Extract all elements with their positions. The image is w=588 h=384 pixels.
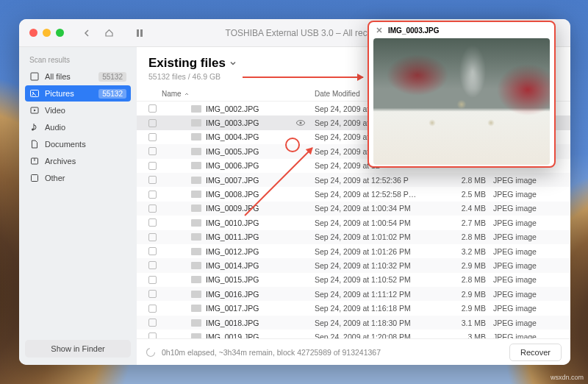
row-checkbox[interactable]: [148, 162, 157, 170]
file-date: Sep 24, 2009 at 1:20:08 PM: [315, 333, 445, 338]
file-date: Sep 24, 2009 at 1:01:02 PM: [315, 232, 445, 241]
table-row[interactable]: IMG_0016.JPGSep 24, 2009 at 1:11:12 PM2.…: [137, 287, 570, 301]
table-row[interactable]: IMG_0015.JPGSep 24, 2009 at 1:10:52 PM2.…: [137, 273, 570, 287]
main-title-text: Existing files: [148, 56, 226, 71]
row-checkbox[interactable]: [148, 218, 157, 227]
file-thumb-icon: [191, 133, 201, 141]
file-name: IMG_0011.JPG: [162, 232, 315, 241]
row-checkbox[interactable]: [148, 319, 157, 327]
row-checkbox[interactable]: [148, 104, 157, 113]
annotation-circle: [285, 138, 300, 152]
file-name: IMG_0018.JPG: [162, 319, 315, 327]
show-in-finder-button[interactable]: Show in Finder: [25, 340, 131, 358]
row-checkbox[interactable]: [148, 261, 157, 269]
table-row[interactable]: IMG_0017.JPGSep 24, 2009 at 1:16:18 PM2.…: [137, 301, 570, 315]
file-thumb-icon: [191, 233, 201, 241]
sidebar-item-archives[interactable]: Archives: [25, 153, 131, 169]
svg-rect-8: [32, 175, 38, 182]
pictures-icon: [29, 88, 40, 99]
table-row[interactable]: IMG_0009.JPGSep 24, 2009 at 1:00:34 PM2.…: [137, 202, 570, 216]
row-checkbox[interactable]: [148, 147, 157, 155]
file-thumb-icon: [191, 148, 201, 155]
window-close-button[interactable]: [29, 29, 37, 37]
file-thumb-icon: [191, 333, 201, 338]
file-thumb-icon: [191, 219, 201, 227]
sidebar-item-video[interactable]: Video: [25, 102, 131, 118]
sidebar-item-other[interactable]: Other: [25, 170, 131, 186]
table-row[interactable]: IMG_0012.JPGSep 24, 2009 at 1:01:26 PM3.…: [137, 244, 570, 258]
file-name: IMG_0019.JPG: [162, 333, 315, 338]
file-date: Sep 24, 2009 at 1:00:34 PM: [315, 204, 445, 213]
sidebar-item-documents[interactable]: Documents: [25, 136, 131, 152]
row-checkbox[interactable]: [148, 205, 157, 213]
row-checkbox[interactable]: [148, 290, 157, 298]
file-kind: JPEG image: [486, 232, 559, 241]
file-kind: JPEG image: [486, 204, 559, 213]
window-traffic-lights: [29, 29, 64, 37]
preview-title: IMG_0003.JPG: [388, 26, 439, 35]
archives-icon: [29, 156, 40, 166]
window-minimize-button[interactable]: [43, 29, 51, 37]
row-checkbox[interactable]: [148, 276, 157, 284]
sidebar-header: Scan results: [29, 56, 126, 64]
file-thumb-icon: [191, 248, 201, 255]
file-kind: JPEG image: [486, 290, 559, 299]
row-checkbox[interactable]: [148, 305, 157, 313]
row-checkbox[interactable]: [148, 176, 157, 184]
file-date: Sep 24, 2009 at 1:10:52 PM: [315, 275, 445, 284]
row-checkbox[interactable]: [148, 247, 157, 255]
row-checkbox[interactable]: [148, 119, 157, 127]
file-name: IMG_0016.JPG: [162, 290, 315, 299]
svg-rect-2: [31, 73, 38, 80]
table-row[interactable]: IMG_0010.JPGSep 24, 2009 at 1:00:54 PM2.…: [137, 216, 570, 230]
file-date: Sep 24, 2009 at 1:16:18 PM: [315, 304, 445, 313]
table-row[interactable]: IMG_0018.JPGSep 24, 2009 at 1:18:30 PM3.…: [137, 316, 570, 330]
video-icon: [29, 105, 40, 115]
sidebar-item-pictures[interactable]: Pictures55132: [25, 85, 131, 102]
row-checkbox[interactable]: [148, 333, 157, 338]
file-kind: JPEG image: [486, 304, 559, 313]
file-kind: JPEG image: [486, 190, 559, 199]
file-name: IMG_0012.JPG: [162, 247, 315, 256]
file-kind: JPEG image: [486, 247, 559, 256]
window-maximize-button[interactable]: [56, 29, 64, 37]
pause-button[interactable]: [132, 25, 148, 41]
close-icon[interactable]: [375, 26, 384, 35]
file-kind: JPEG image: [486, 319, 559, 327]
sidebar-item-audio[interactable]: Audio: [25, 119, 131, 135]
sidebar-item-label: Archives: [45, 157, 126, 166]
files-icon: [29, 71, 40, 82]
file-name: IMG_0008.JPG: [162, 190, 315, 199]
sidebar-item-all-files[interactable]: All files55132: [25, 68, 131, 85]
table-row[interactable]: IMG_0019.JPGSep 24, 2009 at 1:20:08 PM3 …: [137, 330, 570, 338]
svg-point-6: [32, 129, 34, 131]
file-date: Sep 24, 2009 at 1:01:26 PM: [315, 247, 445, 256]
table-row[interactable]: IMG_0014.JPGSep 24, 2009 at 1:10:32 PM2.…: [137, 258, 570, 272]
file-thumb-icon: [191, 319, 201, 327]
column-name[interactable]: Name: [162, 90, 315, 98]
file-date: Sep 24, 2009 at 12:52:58 P…: [315, 190, 445, 199]
file-thumb-icon: [191, 162, 201, 169]
svg-rect-1: [140, 29, 143, 37]
table-row[interactable]: IMG_0007.JPGSep 24, 2009 at 12:52:36 P2.…: [137, 173, 570, 187]
svg-point-11: [147, 348, 155, 356]
back-button[interactable]: [79, 25, 95, 41]
file-name: IMG_0007.JPG: [162, 176, 315, 185]
preview-eye-icon[interactable]: [295, 118, 306, 128]
sidebar: Scan results All files55132Pictures55132…: [19, 47, 137, 365]
file-thumb-icon: [191, 305, 201, 312]
row-checkbox[interactable]: [148, 191, 157, 199]
file-kind: JPEG image: [486, 176, 559, 185]
sidebar-item-count: 55132: [98, 72, 126, 82]
row-checkbox[interactable]: [148, 133, 157, 141]
file-name: IMG_0002.JPG: [162, 104, 315, 113]
recover-button[interactable]: Recover: [509, 344, 562, 361]
preview-image: [373, 38, 550, 165]
row-checkbox[interactable]: [148, 233, 157, 241]
chevron-down-icon: [229, 60, 237, 67]
home-button[interactable]: [101, 25, 117, 41]
file-date: Sep 24, 2009 at 1:11:12 PM: [315, 290, 445, 299]
file-date: Sep 24, 2009 at 1:18:30 PM: [315, 319, 445, 327]
table-row[interactable]: IMG_0008.JPGSep 24, 2009 at 12:52:58 P…2…: [137, 187, 570, 201]
table-row[interactable]: IMG_0011.JPGSep 24, 2009 at 1:01:02 PM2.…: [137, 230, 570, 244]
